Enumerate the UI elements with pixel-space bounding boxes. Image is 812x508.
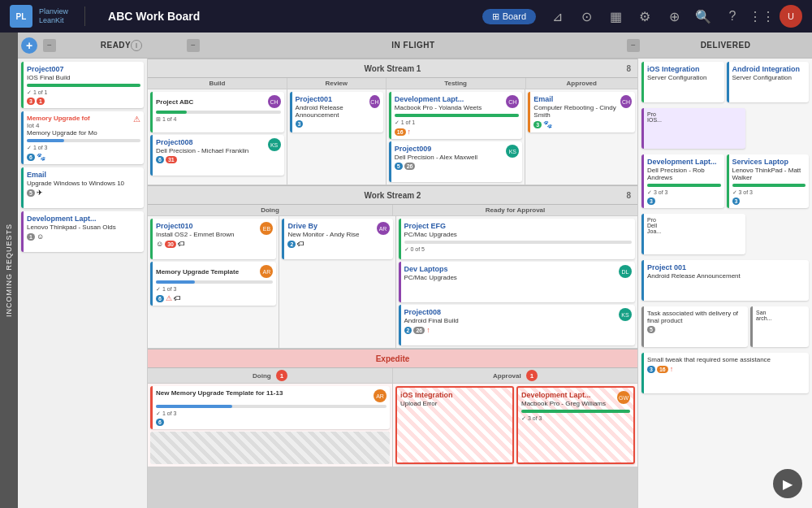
ready-header: READY i	[58, 40, 184, 51]
badge-3-sl: 3	[732, 198, 741, 205]
exp-doing-header: Doing 1	[148, 368, 393, 383]
workstream2: Work Stream 2 8 Doing Ready for Approval	[148, 185, 637, 349]
card-abc-name: Project ABC	[156, 98, 193, 106]
expedite-approval-lane: iOS Integration Upload Error Development…	[393, 384, 637, 467]
card-memory-upgrade-subtitle2: Iot 4	[27, 122, 90, 129]
avatar-ks-ready: KS	[619, 308, 632, 321]
column-headers: + − READY i − IN FLIGHT − DELIVERED	[18, 33, 812, 59]
p001-footer: 3	[296, 120, 380, 128]
users-icon[interactable]: ⊙	[575, 5, 598, 28]
ios-del-name: Server Configuration	[647, 74, 721, 81]
card-project007-progress	[27, 84, 140, 87]
card-dev-name: Lenovo Thinkpad - Susan Olds	[27, 224, 140, 231]
p001-del-name: Android Release Announcement	[647, 272, 806, 280]
fill	[156, 280, 195, 284]
review-sublane-header: Review	[287, 78, 387, 89]
expedite-label: Expedite	[376, 354, 410, 363]
incoming-requests-sidebar: INCOMING REQUESTS	[0, 33, 18, 508]
card-project010: Project010 Install OS2 - Emmet Brown EB …	[150, 219, 276, 259]
inflight-header: IN FLIGHT	[202, 41, 624, 50]
ws2-label: Work Stream 2	[365, 191, 421, 200]
expedite-header: Expedite	[148, 349, 637, 368]
menu-icon[interactable]: ⋮⋮	[750, 5, 773, 28]
badge-2-d: 2	[287, 241, 296, 248]
badge-16-tw: 16	[657, 366, 668, 373]
badge-16: 16	[395, 128, 406, 136]
dev-exp-title: Development Lapt...	[521, 391, 606, 399]
dev-lap-del-prog	[647, 184, 721, 187]
p009-footer: 5 26	[395, 163, 520, 170]
new-mem-progress	[156, 405, 387, 408]
card-drive-by: Drive By New Monitor - Andy Rise AR 2 🏷	[282, 219, 392, 259]
srv-lap-check: ✓ 3 of 3	[732, 189, 806, 196]
ws1-sublane-headers: Build Review Testing Approved	[148, 78, 637, 89]
card-check: ✓ 1 of 3	[27, 145, 140, 151]
expedite-section: Expedite Doing 1 Approval 1	[148, 349, 637, 467]
filter-icon[interactable]: ⊿	[546, 5, 568, 28]
card-android-int-del: Android Integration Server Configuration	[727, 62, 810, 102]
card-dev-footer: 1 ☺	[27, 232, 140, 241]
card-email-title: Email	[27, 171, 140, 179]
fill	[521, 410, 630, 413]
avatar-ch-review: CH	[369, 95, 380, 108]
collapse-ready-button[interactable]: −	[43, 39, 56, 52]
warning-mt: ⚠	[166, 294, 172, 302]
devlap-title: Dev Laptops	[404, 265, 457, 273]
card-dev-laptop-del: Development Lapt... Dell Precision - Rob…	[641, 154, 724, 208]
card-p008-ready: Project008 Android Final Build KS 2 26	[399, 305, 636, 345]
add-card-button[interactable]: +	[21, 37, 37, 54]
ws1-header: Work Stream 1 8	[148, 59, 637, 78]
exp-approval-header: Approval 1	[393, 368, 637, 383]
approved-sublane-header: Approved	[526, 78, 637, 89]
play-button[interactable]: ▶	[773, 469, 802, 498]
help-icon[interactable]: ?	[721, 5, 744, 28]
pro-del-name: ProDellJoa...	[647, 217, 742, 234]
new-mem-check: ✓ 1 of 3	[156, 410, 387, 417]
card-ios-exp: iOS Integration Upload Error	[395, 386, 514, 464]
card-dev-laptop: Development Lapt... Lenovo Thinkpad - Su…	[21, 211, 144, 252]
nav-icons: ⊿ ⊙ ▦ ⚙ ⊕ 🔍 ? ⋮⋮ U	[546, 5, 802, 28]
add-user-icon[interactable]: ⊕	[663, 5, 685, 28]
card-footer: 6 🐾	[27, 153, 140, 161]
collapse-inflight-button[interactable]: −	[187, 39, 200, 52]
card-memory-upgrade-subtitle1: Memory Upgrade fof	[27, 115, 90, 122]
badge-num: 6	[27, 154, 35, 161]
card-project007: Project007 IOS Final Build ✓ 1 of 1 3 1	[21, 62, 144, 108]
progress-bar	[27, 139, 140, 142]
p008r-title: Project008	[404, 308, 459, 316]
avatar-p010: EB	[260, 222, 273, 235]
ws1-testing-lane: Development Lapt... Macbook Pro - Yoland…	[387, 89, 526, 185]
ready-info-icon[interactable]: i	[131, 40, 142, 51]
ws1-label: Work Stream 1	[365, 64, 421, 73]
email-appr-name: Computer Rebooting - Cindy Smith	[533, 104, 620, 119]
avatar-dev-exp: GW	[617, 391, 630, 404]
card-ios-int-del: iOS Integration Server Configuration	[641, 62, 724, 102]
ws2-sublane-headers: Doing Ready for Approval	[148, 205, 637, 216]
badge-red: 3	[27, 98, 35, 105]
ready-column: Project007 IOS Final Build ✓ 1 of 1 3 1	[18, 59, 148, 508]
settings-icon[interactable]: ⚙	[633, 5, 656, 28]
card-email-approved: Email Computer Rebooting - Cindy Smith C…	[528, 92, 635, 132]
email-appr-title: Email	[533, 95, 620, 103]
user-avatar[interactable]: U	[780, 5, 802, 28]
avatar-devlap: DL	[619, 265, 632, 278]
board: + − READY i − IN FLIGHT − DELIVERED Proj…	[18, 33, 812, 508]
p001-title: Project001	[296, 95, 369, 103]
chart-icon[interactable]: ▦	[604, 5, 627, 28]
board-icon: ⊞	[492, 11, 499, 22]
expedite-cards-row: New Memory Upgrade Template for 11-13 AR…	[148, 384, 637, 467]
collapse-delivered-button[interactable]: −	[627, 39, 640, 52]
card-email-name: Upgrade Windows to Windows 10	[27, 180, 140, 187]
delivered-column: iOS Integration Server Configuration And…	[637, 59, 812, 508]
board-tab[interactable]: ⊞ Board	[482, 9, 536, 24]
smiley-p010: ☺	[156, 240, 163, 248]
search-icon[interactable]: 🔍	[692, 5, 715, 28]
card-project007-name: IOS Final Build	[27, 74, 140, 81]
dev-test-title: Development Lapt...	[395, 95, 482, 103]
badge-6-e: 6	[156, 419, 164, 426]
ws2-doing1-lane: Project010 Install OS2 - Emmet Brown EB …	[148, 216, 279, 348]
ws1-cards-row: Project ABC CH ⊞ 1 of 4	[148, 89, 637, 185]
srv-lap-title: Services Laptop	[732, 158, 806, 166]
badge-5: 5	[27, 189, 35, 197]
ws2-doing2-lane: Drive By New Monitor - Andy Rise AR 2 🏷	[279, 216, 395, 348]
